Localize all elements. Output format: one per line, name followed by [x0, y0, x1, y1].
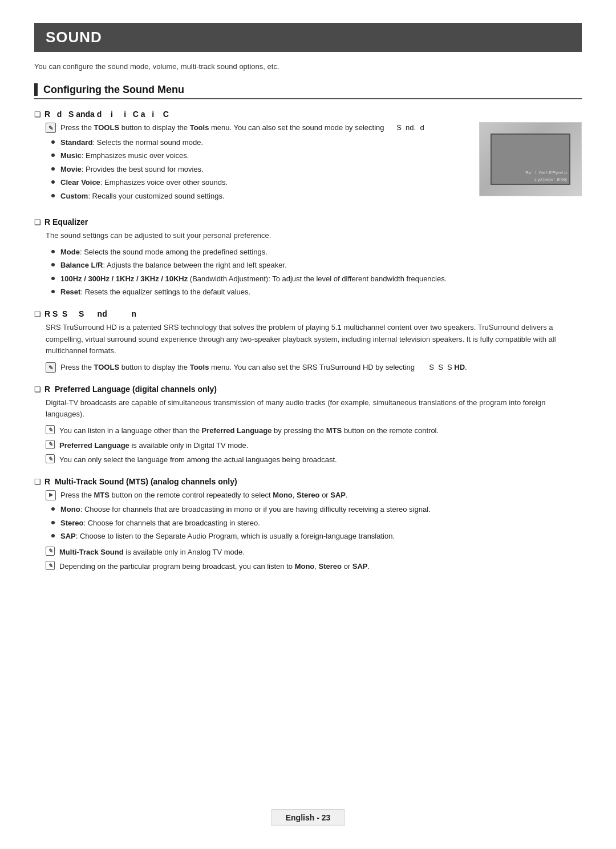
mts-bullet-list: Mono: Choose for channels that are broad… — [51, 504, 582, 542]
bullet-music-text: Music: Emphasizes music over voices. — [60, 150, 189, 161]
remote-icon: ▶ — [46, 490, 56, 500]
sound-mode-heading: ❑ R d S anda d i i C a i C — [34, 110, 582, 119]
sound-mode-content: ✎ Press the TOOLS button to display the … — [46, 122, 582, 206]
bullet-balance: Balance L/R: Adjusts the balance between… — [51, 260, 582, 271]
sound-mode-prefix: ❑ — [34, 110, 41, 119]
bullet-standard: Standard: Selects the normal sound mode. — [51, 137, 468, 148]
bullet-reset-text: Reset: Resets the equalizer settings to … — [60, 286, 250, 298]
footer-badge: English - 23 — [271, 809, 345, 826]
preferred-language-content: Digital-TV broadcasts are capable of sim… — [46, 397, 582, 466]
bullet-dot — [51, 194, 55, 197]
tv-image: Ru ! i're ! E'Pyrel-b 'z yo''pwpn ' E'Xi… — [479, 122, 582, 196]
page-footer: English - 23 — [0, 809, 616, 826]
mts-remote-note: ▶ Press the MTS button on the remote con… — [46, 490, 582, 501]
bullet-reset: Reset: Resets the equalizer settings to … — [51, 286, 582, 298]
bullet-bandwidth: 100Hz / 300Hz / 1KHz / 3KHz / 10KHz (Ban… — [51, 273, 582, 285]
srs-content: SRS TruSurround HD is a patented SRS tec… — [46, 322, 582, 373]
equalizer-heading: ❑ R Equalizer — [34, 217, 582, 227]
section-title: Configuring the Sound Menu — [43, 84, 184, 96]
tool-icon: ✎ — [46, 123, 56, 133]
equalizer-body: The sound settings can be adjusted to su… — [46, 230, 582, 242]
bullet-stereo-text: Stereo: Choose for channels that are bro… — [60, 518, 260, 529]
mts-content: ▶ Press the MTS button on the remote con… — [46, 490, 582, 572]
sound-mode-tool-note: ✎ Press the TOOLS button to display the … — [46, 122, 468, 134]
tv-screen-text-1: Ru ! i're ! E'Pyrel-b — [494, 170, 567, 175]
bullet-dot — [51, 153, 55, 157]
bullet-clear-voice: Clear Voice: Emphasizes voice over other… — [51, 177, 468, 188]
tv-screen-text-2: 'z yo''pwpn ' E'Xily — [494, 177, 567, 181]
preferred-language-heading: ❑ R Preferred Language (digital channels… — [34, 385, 582, 394]
preferred-lang-note2-text: Preferred Language is available only in … — [59, 440, 248, 451]
mts-prefix: ❑ — [34, 478, 41, 486]
subsection-mts: ❑ R Multi-Track Sound (MTS) (analog chan… — [34, 477, 582, 572]
preferred-language-prefix: ❑ — [34, 385, 41, 394]
mts-info-note2-text: Depending on the particular program bein… — [59, 561, 370, 572]
bullet-sap-text: SAP: Choose to listen to the Separate Au… — [60, 531, 395, 542]
bullet-dot — [51, 140, 55, 144]
preferred-lang-note1: ✎ You can listen in a language other tha… — [46, 425, 582, 436]
intro-text: You can configure the sound mode, volume… — [34, 62, 582, 71]
sound-mode-title: R d S anda d i i C a i C — [44, 110, 169, 119]
bullet-stereo: Stereo: Choose for channels that are bro… — [51, 518, 582, 529]
srs-heading: ❑ R S S S nd n — [34, 309, 582, 318]
bullet-clear-voice-text: Clear Voice: Emphasizes voice over other… — [60, 177, 228, 188]
mts-info-note1: ✎ Multi-Track Sound is available only in… — [46, 547, 582, 558]
subsection-preferred-language: ❑ R Preferred Language (digital channels… — [34, 385, 582, 466]
bullet-movie-text: Movie: Provides the best sound for movie… — [60, 164, 204, 175]
bullet-dot — [51, 250, 55, 253]
page-title: SOUND — [46, 29, 570, 46]
bullet-mono: Mono: Choose for channels that are broad… — [51, 504, 582, 515]
srs-tool-note: ✎ Press the TOOLS button to display the … — [46, 362, 582, 373]
subsection-sound-mode: ❑ R d S anda d i i C a i C ✎ Press the T… — [34, 110, 582, 206]
bullet-bandwidth-text: 100Hz / 300Hz / 1KHz / 3KHz / 10KHz (Ban… — [60, 273, 447, 285]
tv-image-inner: Ru ! i're ! E'Pyrel-b 'z yo''pwpn ' E'Xi… — [480, 123, 581, 196]
tool-icon-srs: ✎ — [46, 362, 56, 373]
bullet-dot — [51, 263, 55, 266]
srs-prefix: ❑ — [34, 310, 41, 318]
bullet-dot — [51, 277, 55, 280]
mts-info-note2: ✎ Depending on the particular program be… — [46, 561, 582, 572]
bullet-mono-text: Mono: Choose for channels that are broad… — [60, 504, 431, 515]
sound-mode-note-text: Press the TOOLS button to display the To… — [60, 122, 424, 134]
sound-mode-bullet-list: Standard: Selects the normal sound mode.… — [51, 137, 468, 202]
page-title-bar: SOUND — [34, 23, 582, 52]
preferred-lang-note3: ✎ You can only select the language from … — [46, 454, 582, 466]
info-icon-mts2: ✎ — [46, 561, 55, 570]
section-heading: Configuring the Sound Menu — [34, 83, 582, 99]
tv-screen: Ru ! i're ! E'Pyrel-b 'z yo''pwpn ' E'Xi… — [491, 134, 570, 185]
bullet-dot — [51, 521, 55, 524]
subsection-srs: ❑ R S S S nd n SRS TruSurround HD is a p… — [34, 309, 582, 373]
equalizer-bullet-list: Mode: Selects the sound mode among the p… — [51, 246, 582, 298]
preferred-lang-note1-text: You can listen in a language other than … — [59, 425, 439, 436]
bullet-dot — [51, 507, 55, 511]
mts-title: R Multi-Track Sound (MTS) (analog channe… — [44, 477, 237, 486]
srs-body: SRS TruSurround HD is a patented SRS tec… — [46, 322, 582, 357]
bullet-dot — [51, 290, 55, 293]
info-icon-1: ✎ — [46, 425, 55, 434]
bullet-standard-text: Standard: Selects the normal sound mode. — [60, 137, 203, 148]
bullet-balance-text: Balance L/R: Adjusts the balance between… — [60, 260, 287, 271]
bullet-music: Music: Emphasizes music over voices. — [51, 150, 468, 161]
bullet-custom: Custom: Recalls your customized sound se… — [51, 191, 468, 202]
section-bar-accent — [34, 83, 38, 96]
subsection-equalizer: ❑ R Equalizer The sound settings can be … — [34, 217, 582, 298]
mts-info-note1-text: Multi-Track Sound is available only in A… — [59, 547, 245, 558]
srs-note-text: Press the TOOLS button to display the To… — [60, 362, 467, 373]
bullet-mode-text: Mode: Selects the sound mode among the p… — [60, 246, 268, 258]
preferred-language-body: Digital-TV broadcasts are capable of sim… — [46, 397, 582, 421]
bullet-mode: Mode: Selects the sound mode among the p… — [51, 246, 582, 258]
preferred-lang-note3-text: You can only select the language from am… — [59, 454, 337, 466]
bullet-movie: Movie: Provides the best sound for movie… — [51, 164, 468, 175]
sound-mode-text-block: ✎ Press the TOOLS button to display the … — [46, 122, 468, 206]
bullet-sap: SAP: Choose to listen to the Separate Au… — [51, 531, 582, 542]
equalizer-content: The sound settings can be adjusted to su… — [46, 230, 582, 298]
bullet-dot — [51, 167, 55, 171]
mts-heading: ❑ R Multi-Track Sound (MTS) (analog chan… — [34, 477, 582, 486]
bullet-dot — [51, 180, 55, 184]
info-icon-3: ✎ — [46, 454, 55, 463]
equalizer-title: R Equalizer — [44, 217, 88, 227]
bullet-dot — [51, 534, 55, 537]
preferred-language-title: R Preferred Language (digital channels o… — [44, 385, 217, 394]
equalizer-prefix: ❑ — [34, 218, 41, 227]
srs-title: R S S S nd n — [44, 309, 136, 318]
